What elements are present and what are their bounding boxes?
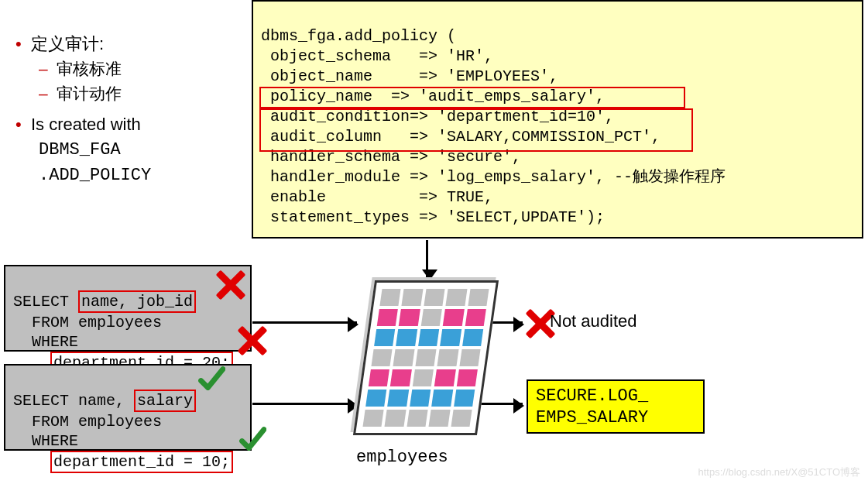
sql2-highlight-where: department_id = 10; (50, 451, 233, 473)
arrow-code-to-table (426, 240, 428, 279)
sql2-l2: FROM employees (13, 413, 162, 431)
sql1-l3: WHERE (13, 333, 78, 351)
secure-log-line1: SECURE.LOG_ (536, 386, 695, 407)
code-line-1: dbms_fga.add_policy ( (261, 27, 456, 45)
sql2-l3: WHERE (13, 432, 78, 450)
sql2-highlight-cols: salary (134, 390, 196, 412)
bullet-2: • Is created with (15, 112, 248, 137)
code-line-8: handler_module => 'log_emps_salary', --触… (261, 168, 726, 186)
x-mark-icon (215, 269, 246, 300)
x-mark-icon (237, 325, 268, 356)
bullet-1b: – 审计动作 (39, 81, 248, 106)
employees-label: employees (356, 448, 448, 467)
bullet-1b-text: 审计动作 (57, 84, 122, 102)
bullet-1: • 定义审计: (15, 31, 248, 57)
bullet-1a: – 审核标准 (39, 57, 248, 81)
sql2-l4a (13, 453, 50, 471)
bullet-list: • 定义审计: – 审核标准 – 审计动作 • Is created with … (15, 31, 248, 188)
highlight-audit-column-handler (259, 108, 693, 152)
secure-log-line2: EMPS_SALARY (536, 407, 695, 429)
arrow-sql2-to-table (252, 403, 357, 405)
sql1-l1a: SELECT (13, 293, 78, 311)
not-audited-label: Not audited (550, 311, 637, 331)
arrow-sql1-to-table (252, 321, 357, 324)
bullet-2b: .ADD_POLICY (39, 163, 248, 188)
code-line-2: object_schema => 'HR', (261, 47, 493, 65)
code-line-3: object_name => 'EMPLOYEES', (261, 67, 558, 85)
code-line-9: enable => TRUE, (261, 188, 493, 206)
secure-log-box: SECURE.LOG_ EMPS_SALARY (527, 379, 705, 434)
check-mark-icon (197, 366, 225, 393)
highlight-audit-condition (259, 87, 685, 108)
watermark: https://blog.csdn.net/X@51CTO博客 (698, 465, 861, 479)
bullet-2-text: Is created with (31, 115, 141, 134)
code-line-10: statement_types => 'SELECT,UPDATE'); (261, 208, 605, 226)
sql1-l2: FROM employees (13, 314, 162, 331)
sql-box-1: SELECT name, job_id FROM employees WHERE… (4, 265, 252, 352)
sql1-highlight-cols: name, job_id (78, 290, 196, 313)
sql2-l1a: SELECT name, (13, 392, 134, 410)
bullet-1a-text: 审核标准 (57, 60, 122, 77)
check-mark-icon (238, 426, 266, 454)
bullet-2a: DBMS_FGA (39, 137, 248, 163)
bullet-1-text: 定义审计: (31, 34, 104, 53)
employees-table-icon (353, 280, 499, 435)
